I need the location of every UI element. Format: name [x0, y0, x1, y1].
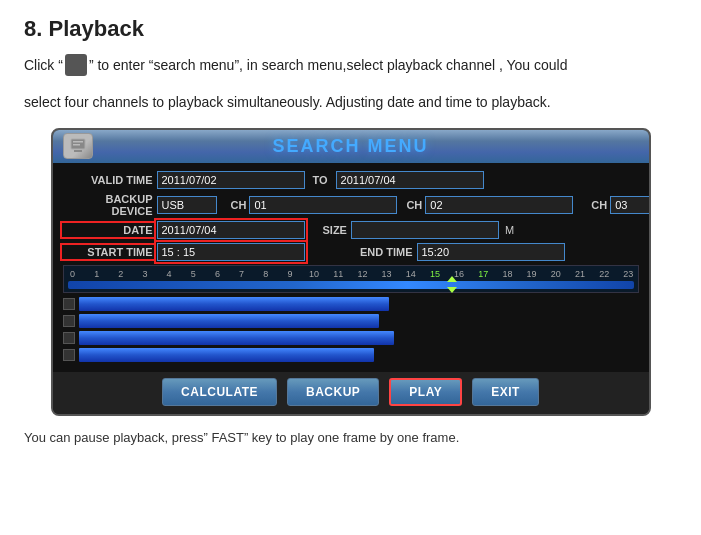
search-menu-title-bar: SEARCH MENU	[53, 130, 649, 163]
tl-num-19: 19	[527, 269, 537, 279]
intro-paragraph-1: Click “” to enter “search menu”, in sear…	[24, 54, 677, 77]
channel-bars	[63, 297, 639, 362]
end-time-label: END TIME	[323, 246, 413, 258]
ch-bar-row-2	[63, 314, 639, 328]
intro-paragraph-2: select four channels to playback simulta…	[24, 91, 677, 113]
tl-num-11: 11	[333, 269, 343, 279]
tl-num-7: 7	[237, 269, 247, 279]
valid-time-row: VALID TIME TO	[63, 171, 639, 189]
timeline-marker-down	[447, 287, 457, 293]
svg-rect-3	[73, 144, 80, 146]
tl-num-18: 18	[502, 269, 512, 279]
ch03-label: CH	[591, 199, 607, 211]
valid-time-to-input[interactable]	[336, 171, 484, 189]
timeline-container: 0 1 2 3 4 5 6 7 8 9 10 11 12 13 14 15 16…	[63, 265, 639, 293]
tl-num-22: 22	[599, 269, 609, 279]
start-time-label: START TIME	[63, 246, 153, 258]
timeline-bar[interactable]	[68, 281, 634, 289]
ch3-bar	[79, 331, 394, 345]
ch-bar-row-4	[63, 348, 639, 362]
time-row: START TIME END TIME	[63, 243, 639, 261]
page-title: 8. Playback	[24, 16, 677, 42]
search-menu-widget-icon	[63, 133, 93, 159]
tl-num-4: 4	[164, 269, 174, 279]
search-menu-icon-inline	[65, 54, 87, 76]
ch3-checkbox[interactable]	[63, 332, 75, 344]
ch-bar-row-1	[63, 297, 639, 311]
to-label: TO	[313, 174, 328, 186]
start-time-input[interactable]	[157, 243, 305, 261]
size-label: SIZE	[323, 224, 347, 236]
tl-num-21: 21	[575, 269, 585, 279]
tl-num-0: 0	[68, 269, 78, 279]
size-input[interactable]	[351, 221, 499, 239]
tl-num-15: 15	[430, 269, 440, 279]
ch2-checkbox[interactable]	[63, 315, 75, 327]
ch-group-34: CH CH	[591, 196, 650, 214]
search-menu-body: VALID TIME TO BACKUP DEVICE CH CH CH CH	[53, 163, 649, 372]
ch-bar-row-3	[63, 331, 639, 345]
search-menu-buttons: CALCULATE BACKUP PLAY EXIT	[53, 372, 649, 414]
tl-num-23: 23	[623, 269, 633, 279]
tl-num-6: 6	[212, 269, 222, 279]
calculate-button[interactable]: CALCULATE	[162, 378, 277, 406]
tl-num-17: 17	[478, 269, 488, 279]
footer-text: You can pause playback, press” FAST” key…	[24, 430, 677, 445]
end-time-input[interactable]	[417, 243, 565, 261]
ch02-label: CH	[406, 199, 422, 211]
tl-num-8: 8	[261, 269, 271, 279]
ch03-input[interactable]	[610, 196, 650, 214]
tl-num-20: 20	[551, 269, 561, 279]
valid-time-label: VALID TIME	[63, 174, 153, 186]
ch01-input[interactable]	[249, 196, 397, 214]
ch02-input[interactable]	[425, 196, 573, 214]
timeline-marker-up	[447, 276, 457, 282]
tl-num-13: 13	[382, 269, 392, 279]
exit-button[interactable]: EXIT	[472, 378, 539, 406]
title-bar-inner: SEARCH MENU	[53, 136, 649, 157]
date-label: DATE	[63, 224, 153, 236]
search-menu-container: SEARCH MENU VALID TIME TO BACKUP DEVICE …	[51, 128, 651, 416]
tl-num-3: 3	[140, 269, 150, 279]
ch2-bar	[79, 314, 379, 328]
ch01-label: CH	[231, 199, 247, 211]
valid-time-input[interactable]	[157, 171, 305, 189]
ch-group-12: CH CH	[231, 196, 574, 214]
backup-device-row: BACKUP DEVICE CH CH CH CH	[63, 193, 639, 217]
play-button[interactable]: PLAY	[389, 378, 462, 406]
tl-num-10: 10	[309, 269, 319, 279]
size-unit: M	[505, 224, 514, 236]
svg-rect-1	[74, 150, 82, 152]
ch4-bar	[79, 348, 374, 362]
ch1-bar	[79, 297, 389, 311]
ch4-checkbox[interactable]	[63, 349, 75, 361]
tl-num-12: 12	[357, 269, 367, 279]
tl-num-2: 2	[116, 269, 126, 279]
timeline-numbers: 0 1 2 3 4 5 6 7 8 9 10 11 12 13 14 15 16…	[64, 268, 638, 280]
tl-num-5: 5	[188, 269, 198, 279]
backup-button[interactable]: BACKUP	[287, 378, 379, 406]
search-menu-title-text: SEARCH MENU	[272, 136, 428, 157]
backup-device-input[interactable]	[157, 196, 217, 214]
backup-device-label: BACKUP DEVICE	[63, 193, 153, 217]
tl-num-14: 14	[406, 269, 416, 279]
tl-num-9: 9	[285, 269, 295, 279]
ch1-checkbox[interactable]	[63, 298, 75, 310]
svg-rect-2	[73, 141, 83, 143]
date-input[interactable]	[157, 221, 305, 239]
date-size-row: DATE SIZE M	[63, 221, 639, 239]
tl-num-1: 1	[92, 269, 102, 279]
